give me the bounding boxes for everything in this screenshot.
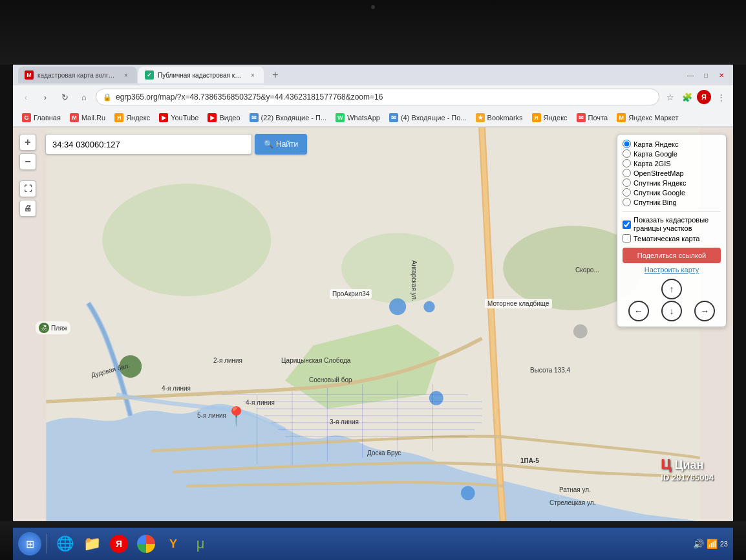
taskbar-tray: 🔊 📶 23 bbox=[693, 539, 728, 549]
map-search: 🔍 Найти bbox=[45, 134, 307, 155]
minimize-button[interactable]: — bbox=[684, 69, 697, 81]
layer-osm[interactable]: OpenStreetMap bbox=[623, 169, 721, 177]
bookmark-mailru[interactable]: M Mail.Ru bbox=[66, 111, 109, 124]
nav-arrow-up[interactable]: ↑ bbox=[661, 279, 682, 299]
svg-point-7 bbox=[573, 325, 588, 339]
layer-yandex[interactable]: Карта Яндекс bbox=[623, 140, 721, 148]
tab-close-1[interactable]: × bbox=[122, 70, 131, 80]
zoom-in-button[interactable]: + bbox=[19, 134, 36, 151]
nav-arrow-left[interactable]: ← bbox=[628, 301, 649, 321]
bookmark-pochta[interactable]: ✉ Почта bbox=[573, 111, 612, 124]
yandex-browser-icon: Y bbox=[169, 537, 177, 551]
top-bezel bbox=[0, 0, 746, 65]
layer-ysat[interactable]: Спутник Яндекс bbox=[623, 178, 721, 187]
taskbar-separator bbox=[47, 534, 47, 554]
tab-close-2[interactable]: × bbox=[248, 70, 257, 80]
bookmark-inbox2[interactable]: ✉ (4) Входящие - По... bbox=[385, 111, 471, 124]
bookmark-label-8: Bookmarks bbox=[487, 114, 523, 122]
bookmark-whatsapp[interactable]: W WhatsApp bbox=[332, 111, 384, 124]
svg-point-10 bbox=[461, 486, 475, 501]
bookmark-label-3: YouTube bbox=[171, 114, 198, 122]
chrome-icon bbox=[137, 535, 155, 553]
nav-arrows: ↑ ← ↓ → bbox=[623, 279, 721, 321]
bookmark-favicon-11: M bbox=[617, 113, 626, 122]
taskbar-ie[interactable]: 🌐 bbox=[52, 532, 77, 556]
layer-google[interactable]: Карта Google bbox=[623, 149, 721, 158]
svg-point-9 bbox=[429, 391, 443, 405]
bookmark-label-6: WhatsApp bbox=[347, 114, 380, 122]
layer-2gis[interactable]: Карта 2GIS bbox=[623, 159, 721, 167]
map-controls: + − ⛶ 🖨 bbox=[19, 134, 36, 217]
bookmark-label-2: Яндекс bbox=[126, 114, 150, 122]
ie-icon: 🌐 bbox=[56, 535, 74, 552]
fullscreen-button[interactable]: ⛶ bbox=[19, 180, 36, 197]
address-bar[interactable]: 🔒 egrp365.org/map/?x=48.73863568503275&y… bbox=[96, 89, 659, 105]
print-button[interactable]: 🖨 bbox=[19, 200, 36, 217]
profile-icon[interactable]: Я bbox=[697, 90, 711, 104]
search-icon: 🔍 bbox=[264, 140, 273, 149]
home-button[interactable]: ⌂ bbox=[76, 89, 92, 105]
url-text: egrp365.org/map/?x=48.73863568503275&y=4… bbox=[116, 92, 652, 102]
settings-link[interactable]: Настроить карту bbox=[623, 266, 721, 274]
bookmark-inbox1[interactable]: ✉ (22) Входящие - П... bbox=[246, 111, 331, 124]
browser-tab-1[interactable]: M кадастровая карта волгоградс × bbox=[18, 67, 137, 83]
bookmark-favicon-2: Я bbox=[114, 113, 123, 122]
tab-favicon-2: ✓ bbox=[145, 70, 154, 80]
tray-sound-icon[interactable]: 🔊 bbox=[693, 539, 704, 549]
bookmark-star-icon[interactable]: ☆ bbox=[663, 90, 677, 104]
zoom-out-button[interactable]: − bbox=[19, 153, 36, 170]
nav-arrow-right[interactable]: → bbox=[694, 301, 715, 321]
bookmark-favicon-4: ▶ bbox=[208, 113, 217, 122]
browser-tab-2[interactable]: ✓ Публичная кадастровая карта Е... × bbox=[138, 67, 264, 83]
taskbar-yandex-browser[interactable]: Y bbox=[161, 532, 186, 556]
bookmark-bookmarks[interactable]: ★ Bookmarks bbox=[472, 111, 527, 124]
nav-arrow-down[interactable]: ↓ bbox=[661, 301, 682, 321]
tray-network-icon[interactable]: 📶 bbox=[707, 539, 718, 549]
bookmark-label-10: Почта bbox=[588, 114, 608, 122]
bookmark-favicon-6: W bbox=[336, 113, 345, 122]
map-layer-panel: Карта Яндекс Карта Google Карта 2GIS bbox=[617, 134, 727, 327]
map-search-button[interactable]: 🔍 Найти bbox=[255, 134, 307, 155]
explorer-icon: 📁 bbox=[83, 535, 101, 552]
tray-time[interactable]: 23 bbox=[720, 539, 728, 548]
extensions-icon[interactable]: 🧩 bbox=[680, 90, 694, 104]
bookmark-label-1: Mail.Ru bbox=[81, 114, 105, 122]
taskbar-chrome[interactable] bbox=[134, 532, 158, 556]
layer-bsat[interactable]: Спутник Bing bbox=[623, 198, 721, 206]
map-marker[interactable]: 📍 bbox=[225, 405, 248, 427]
layer-radio-group: Карта Яндекс Карта Google Карта 2GIS bbox=[623, 140, 721, 206]
svg-point-1 bbox=[102, 184, 271, 296]
tab-bar: M кадастровая карта волгоградс × ✓ Публи… bbox=[13, 65, 733, 85]
address-bar-row: ‹ › ↻ ⌂ 🔒 egrp365.org/map/?x=48.73863568… bbox=[13, 85, 733, 109]
bookmark-yandex2[interactable]: Я Яндекс bbox=[528, 111, 571, 124]
map-search-input[interactable] bbox=[45, 134, 252, 155]
browser-content[interactable]: 🏖 Пляж ПроАкрил34 Моторное кладбище Цари… bbox=[13, 127, 733, 521]
map-area[interactable]: 🏖 Пляж ПроАкрил34 Моторное кладбище Цари… bbox=[13, 127, 733, 521]
layer-check-group: Показать кадастровые границы участков Те… bbox=[623, 211, 721, 242]
taskbar-utorrent[interactable]: μ bbox=[188, 532, 213, 556]
maximize-button[interactable]: □ bbox=[699, 69, 712, 81]
layer-gsat[interactable]: Спутник Google bbox=[623, 188, 721, 197]
bookmark-market[interactable]: M Яндекс Маркет bbox=[613, 111, 682, 124]
checkbox-theme[interactable]: Тематическая карта bbox=[623, 234, 721, 242]
bookmark-video[interactable]: ▶ Видео bbox=[204, 111, 244, 124]
new-tab-button[interactable]: + bbox=[268, 67, 283, 83]
refresh-button[interactable]: ↻ bbox=[57, 89, 72, 105]
taskbar-explorer[interactable]: 📁 bbox=[80, 532, 104, 556]
bookmark-favicon-8: ★ bbox=[476, 113, 485, 122]
lock-icon: 🔒 bbox=[103, 93, 112, 102]
menu-icon[interactable]: ⋮ bbox=[714, 90, 728, 104]
close-button[interactable]: ✕ bbox=[715, 69, 728, 81]
svg-point-8 bbox=[119, 355, 142, 378]
bookmark-youtube[interactable]: ▶ YouTube bbox=[155, 111, 202, 124]
tab-title-2: Публичная кадастровая карта Е... bbox=[158, 72, 242, 79]
share-link-button[interactable]: Поделиться ссылкой bbox=[623, 248, 721, 263]
bookmark-yandex[interactable]: Я Яндекс bbox=[111, 111, 154, 124]
forward-button[interactable]: › bbox=[37, 89, 53, 105]
bookmark-glavnaya[interactable]: G Главная bbox=[18, 111, 65, 124]
checkbox-cadastre[interactable]: Показать кадастровые границы участков bbox=[623, 216, 721, 233]
bookmark-label-11: Яндекс Маркет bbox=[628, 114, 678, 122]
taskbar-yandex[interactable]: Я bbox=[107, 532, 131, 556]
back-button[interactable]: ‹ bbox=[18, 89, 34, 105]
start-button[interactable]: ⊞ bbox=[18, 532, 41, 555]
